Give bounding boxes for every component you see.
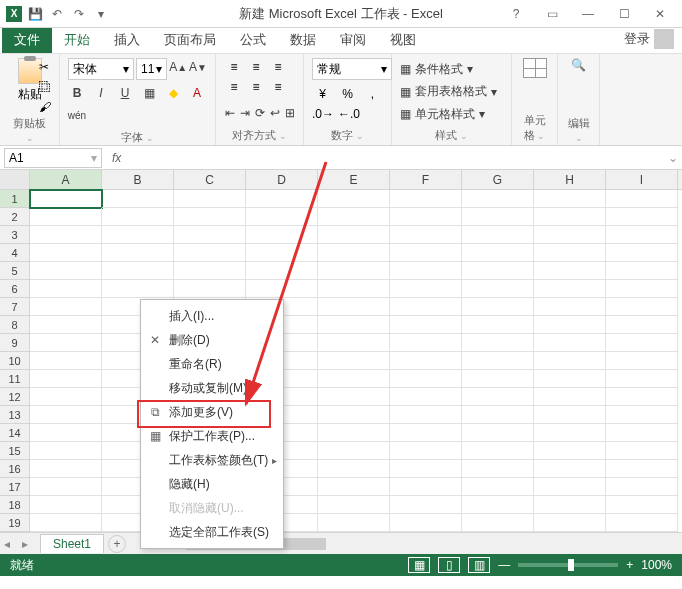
ribbon-options-icon[interactable]: ▭ bbox=[538, 4, 566, 24]
cell-I9[interactable] bbox=[606, 334, 678, 352]
cell-G8[interactable] bbox=[462, 316, 534, 334]
col-header-A[interactable]: A bbox=[30, 170, 102, 189]
cell-I16[interactable] bbox=[606, 460, 678, 478]
cell-F13[interactable] bbox=[390, 406, 462, 424]
cells-grid[interactable] bbox=[30, 190, 682, 532]
cell-A4[interactable] bbox=[30, 244, 102, 262]
cell-H9[interactable] bbox=[534, 334, 606, 352]
cell-E11[interactable] bbox=[318, 370, 390, 388]
cell-G10[interactable] bbox=[462, 352, 534, 370]
cell-A19[interactable] bbox=[30, 514, 102, 532]
align-right-icon[interactable]: ≡ bbox=[268, 78, 288, 96]
name-box[interactable]: A1▾ bbox=[4, 148, 102, 168]
cell-A8[interactable] bbox=[30, 316, 102, 334]
align-center-icon[interactable]: ≡ bbox=[246, 78, 266, 96]
help-icon[interactable]: ? bbox=[502, 4, 530, 24]
border-button[interactable]: ▦ bbox=[140, 84, 158, 102]
decrease-indent-icon[interactable]: ⇤ bbox=[224, 104, 235, 122]
cell-F3[interactable] bbox=[390, 226, 462, 244]
cell-E5[interactable] bbox=[318, 262, 390, 280]
cell-A12[interactable] bbox=[30, 388, 102, 406]
conditional-format-button[interactable]: ▦条件格式▾ bbox=[400, 58, 503, 80]
cell-G12[interactable] bbox=[462, 388, 534, 406]
menu-select-all-sheets[interactable]: 选定全部工作表(S) bbox=[141, 520, 283, 544]
cell-I6[interactable] bbox=[606, 280, 678, 298]
col-header-I[interactable]: I bbox=[606, 170, 678, 189]
sheet-nav-prev-icon[interactable]: ◂ bbox=[4, 537, 18, 551]
tab-view[interactable]: 视图 bbox=[378, 27, 428, 53]
align-middle-icon[interactable]: ≡ bbox=[246, 58, 266, 76]
tab-layout[interactable]: 页面布局 bbox=[152, 27, 228, 53]
cell-D4[interactable] bbox=[246, 244, 318, 262]
tab-review[interactable]: 审阅 bbox=[328, 27, 378, 53]
login-button[interactable]: 登录 bbox=[616, 25, 682, 53]
cell-style-button[interactable]: ▦单元格样式▾ bbox=[400, 103, 503, 125]
cell-F11[interactable] bbox=[390, 370, 462, 388]
cell-C5[interactable] bbox=[174, 262, 246, 280]
row-header-18[interactable]: 18 bbox=[0, 496, 30, 514]
cell-I18[interactable] bbox=[606, 496, 678, 514]
cells-button[interactable] bbox=[520, 58, 549, 78]
cell-F1[interactable] bbox=[390, 190, 462, 208]
cell-H14[interactable] bbox=[534, 424, 606, 442]
cell-E3[interactable] bbox=[318, 226, 390, 244]
cell-F14[interactable] bbox=[390, 424, 462, 442]
cell-H17[interactable] bbox=[534, 478, 606, 496]
expand-formula-icon[interactable]: ⌄ bbox=[664, 151, 682, 165]
row-header-10[interactable]: 10 bbox=[0, 352, 30, 370]
col-header-D[interactable]: D bbox=[246, 170, 318, 189]
row-header-19[interactable]: 19 bbox=[0, 514, 30, 532]
fx-button[interactable]: fx bbox=[106, 151, 127, 165]
cell-F17[interactable] bbox=[390, 478, 462, 496]
row-header-13[interactable]: 13 bbox=[0, 406, 30, 424]
close-icon[interactable]: ✕ bbox=[646, 4, 674, 24]
view-normal-icon[interactable]: ▦ bbox=[408, 557, 430, 573]
formula-input[interactable] bbox=[127, 148, 664, 168]
row-header-12[interactable]: 12 bbox=[0, 388, 30, 406]
cell-H3[interactable] bbox=[534, 226, 606, 244]
tab-home[interactable]: 开始 bbox=[52, 27, 102, 53]
cell-A18[interactable] bbox=[30, 496, 102, 514]
view-break-icon[interactable]: ▥ bbox=[468, 557, 490, 573]
row-header-15[interactable]: 15 bbox=[0, 442, 30, 460]
font-name-select[interactable]: 宋体▾ bbox=[68, 58, 134, 80]
cell-C3[interactable] bbox=[174, 226, 246, 244]
wrap-text-icon[interactable]: ↩ bbox=[269, 104, 280, 122]
cell-G13[interactable] bbox=[462, 406, 534, 424]
cell-E15[interactable] bbox=[318, 442, 390, 460]
cell-G2[interactable] bbox=[462, 208, 534, 226]
col-header-H[interactable]: H bbox=[534, 170, 606, 189]
cell-C4[interactable] bbox=[174, 244, 246, 262]
cell-E9[interactable] bbox=[318, 334, 390, 352]
format-painter-icon[interactable]: 🖌 bbox=[39, 100, 55, 116]
cell-E10[interactable] bbox=[318, 352, 390, 370]
zoom-slider[interactable] bbox=[518, 563, 618, 567]
zoom-out-button[interactable]: — bbox=[498, 558, 510, 572]
cell-I1[interactable] bbox=[606, 190, 678, 208]
cell-G18[interactable] bbox=[462, 496, 534, 514]
cell-F18[interactable] bbox=[390, 496, 462, 514]
menu-insert[interactable]: 插入(I)... bbox=[141, 304, 283, 328]
row-header-11[interactable]: 11 bbox=[0, 370, 30, 388]
cell-H12[interactable] bbox=[534, 388, 606, 406]
cell-G17[interactable] bbox=[462, 478, 534, 496]
cell-E12[interactable] bbox=[318, 388, 390, 406]
cell-F12[interactable] bbox=[390, 388, 462, 406]
percent-icon[interactable]: % bbox=[337, 85, 358, 103]
cell-A5[interactable] bbox=[30, 262, 102, 280]
cell-G15[interactable] bbox=[462, 442, 534, 460]
cell-H7[interactable] bbox=[534, 298, 606, 316]
row-header-1[interactable]: 1 bbox=[0, 190, 30, 208]
undo-icon[interactable]: ↶ bbox=[48, 5, 66, 23]
cell-A15[interactable] bbox=[30, 442, 102, 460]
cell-A10[interactable] bbox=[30, 352, 102, 370]
cell-D2[interactable] bbox=[246, 208, 318, 226]
tab-insert[interactable]: 插入 bbox=[102, 27, 152, 53]
menu-tab-color[interactable]: 工作表标签颜色(T) bbox=[141, 448, 283, 472]
cell-B3[interactable] bbox=[102, 226, 174, 244]
cell-C6[interactable] bbox=[174, 280, 246, 298]
cell-A9[interactable] bbox=[30, 334, 102, 352]
cell-H2[interactable] bbox=[534, 208, 606, 226]
align-bottom-icon[interactable]: ≡ bbox=[268, 58, 288, 76]
row-header-5[interactable]: 5 bbox=[0, 262, 30, 280]
